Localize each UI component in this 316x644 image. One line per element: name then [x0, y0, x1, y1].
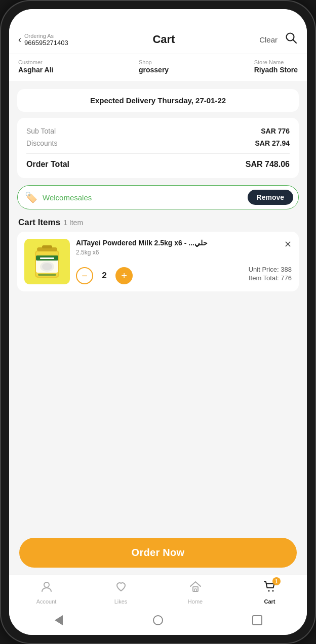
phone-screen: ‹ Ordering As 966595271403 Cart Clear: [9, 9, 307, 635]
store-label: Store Name: [254, 59, 298, 65]
back-arrow-icon[interactable]: ‹: [18, 34, 21, 45]
nav-item-likes[interactable]: Likes: [84, 580, 158, 605]
item-name: AlTayei Powdered Milk 2.5kg x6 - ...حلي: [76, 239, 292, 247]
customer-col: Customer Asghar Ali: [18, 59, 54, 74]
remove-coupon-button[interactable]: Remove: [248, 190, 293, 205]
ordering-as-label: Ordering As: [24, 33, 54, 39]
android-recents-button[interactable]: [250, 613, 265, 628]
search-button[interactable]: [285, 31, 298, 48]
delivery-text: Expected Delivery Thursday, 27-01-22: [90, 96, 226, 105]
cart-icon: [263, 583, 276, 596]
item-price-info: Unit Price: 388 Item Total: 776: [249, 266, 292, 282]
cart-badge: 1: [272, 577, 281, 585]
svg-rect-11: [38, 274, 56, 276]
shop-name: grossery: [139, 66, 169, 74]
page-title: Cart: [152, 33, 175, 46]
shop-label: Shop: [139, 59, 169, 65]
phone-shell: ‹ Ordering As 966595271403 Cart Clear: [0, 0, 316, 644]
svg-rect-6: [40, 257, 54, 259]
cart-section-header: Cart Items 1 Item: [9, 209, 307, 232]
clear-button[interactable]: Clear: [259, 35, 278, 44]
item-image: [24, 239, 70, 284]
home-icon: [189, 580, 202, 596]
item-info: AlTayei Powdered Milk 2.5kg x6 - ...حلي …: [76, 239, 292, 284]
customer-label: Customer: [18, 59, 54, 65]
totals-card: Sub Total SAR 776 Discounts SAR 27.94 Or…: [17, 118, 299, 178]
cart-item-card: AlTayei Powdered Milk 2.5kg x6 - ...حلي …: [17, 232, 299, 291]
cart-section-title: Cart Items: [18, 218, 60, 228]
subtotal-row: Sub Total SAR 776: [26, 125, 290, 137]
back-section[interactable]: ‹ Ordering As 966595271403: [18, 33, 68, 47]
android-home-button[interactable]: [150, 613, 166, 628]
item-subtitle: 2.5kg x6: [76, 249, 292, 256]
discounts-row: Discounts SAR 27.94: [26, 137, 290, 149]
coupon-text: Welcomesales: [43, 193, 92, 202]
cart-section-count: 1 Item: [63, 219, 83, 227]
svg-point-15: [268, 590, 269, 592]
svg-point-16: [272, 590, 273, 592]
coupon-icon: 🏷️: [25, 191, 37, 203]
store-col: Store Name Riyadh Store: [254, 59, 298, 74]
nav-item-account[interactable]: Account: [9, 580, 84, 605]
delivery-banner: Expected Delivery Thursday, 27-01-22: [17, 89, 299, 112]
subtotal-label: Sub Total: [26, 127, 56, 135]
order-now-section: Order Now: [9, 530, 307, 575]
totals-divider: [26, 153, 290, 154]
phone-number: 966595271403: [24, 39, 68, 47]
svg-point-8: [42, 263, 52, 270]
status-bar: [9, 9, 307, 27]
order-now-button[interactable]: Order Now: [19, 538, 297, 568]
android-back-button[interactable]: [51, 613, 66, 628]
nav-label-account: Account: [36, 598, 57, 605]
customer-info-bar: Customer Asghar Ali Shop grossery Store …: [9, 54, 307, 82]
svg-rect-10: [42, 245, 52, 248]
svg-point-12: [44, 582, 49, 587]
coupon-left: 🏷️ Welcomesales: [25, 191, 92, 203]
heart-icon: [114, 580, 128, 596]
order-total-label: Order Total: [26, 160, 69, 169]
remove-item-button[interactable]: ✕: [284, 239, 292, 250]
increase-qty-button[interactable]: +: [115, 267, 133, 284]
shop-col: Shop grossery: [139, 59, 169, 74]
home-circle-icon: [153, 615, 163, 625]
subtotal-value: SAR 776: [261, 127, 290, 135]
nav-label-cart: Cart: [264, 598, 275, 605]
order-total-row: Order Total SAR 748.06: [26, 158, 290, 171]
header: ‹ Ordering As 966595271403 Cart Clear: [9, 27, 307, 54]
store-name: Riyadh Store: [254, 66, 298, 74]
search-icon: [285, 31, 298, 45]
back-triangle-icon: [55, 615, 63, 625]
cart-badge-wrapper: 1: [263, 580, 276, 596]
discounts-value: SAR 27.94: [255, 139, 290, 147]
recents-square-icon: [252, 615, 262, 625]
svg-line-1: [293, 40, 296, 44]
header-actions: Clear: [259, 31, 298, 48]
main-content: Expected Delivery Thursday, 27-01-22 Sub…: [9, 82, 307, 530]
ordering-as-info: Ordering As 966595271403: [24, 33, 68, 47]
quantity-control: − 2 +: [76, 267, 133, 284]
nav-item-home[interactable]: Home: [158, 580, 232, 605]
quantity-value: 2: [98, 271, 110, 281]
coupon-row: 🏷️ Welcomesales Remove: [17, 185, 299, 209]
android-nav-bar: [9, 608, 307, 635]
svg-rect-14: [194, 589, 196, 591]
customer-name: Asghar Ali: [18, 66, 54, 74]
order-total-value: SAR 748.06: [246, 160, 290, 169]
bottom-nav: Account Likes Home: [9, 575, 307, 608]
account-icon: [40, 580, 53, 596]
item-total: Item Total: 776: [249, 274, 292, 282]
nav-label-home: Home: [188, 598, 203, 605]
decrease-qty-button[interactable]: −: [76, 267, 93, 284]
unit-price: Unit Price: 388: [249, 266, 292, 273]
nav-label-likes: Likes: [114, 598, 128, 605]
product-image: [29, 241, 65, 282]
nav-item-cart[interactable]: 1 Cart: [232, 580, 307, 605]
discounts-label: Discounts: [26, 139, 57, 147]
